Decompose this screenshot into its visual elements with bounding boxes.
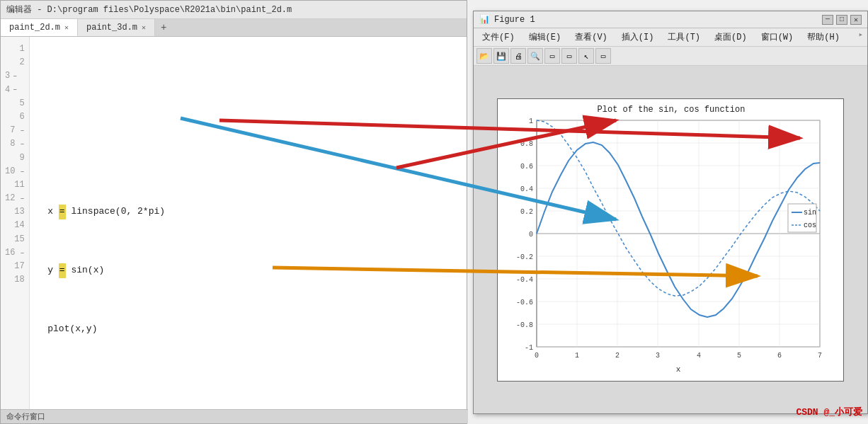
editor-statusbar: 命令行窗口 [1, 409, 468, 423]
svg-text:5: 5 [737, 352, 741, 360]
svg-text:0.4: 0.4 [520, 185, 533, 193]
code-area[interactable]: x = linspace(0, 2*pi) y = sin(x) plot(x,… [30, 37, 467, 423]
statusbar-label: 命令行窗口 [6, 411, 45, 422]
watermark-text: CSDN @_小可爱 [796, 407, 862, 418]
tab-add-button[interactable]: + [155, 19, 172, 36]
svg-text:0.8: 0.8 [520, 140, 533, 148]
code-line-3: x = linspace(0, 2*pi) [37, 205, 459, 219]
minimize-button[interactable]: ─ [822, 15, 833, 25]
toolbar-rect1[interactable]: ▭ [544, 48, 560, 64]
figure-titlebar: 📊 Figure 1 ─ □ ✕ [474, 11, 867, 28]
toolbar-zoom[interactable]: 🔍 [527, 48, 543, 64]
line-num-1: 1 [5, 42, 25, 56]
svg-text:-0.2: -0.2 [516, 253, 533, 261]
svg-text:7: 7 [818, 352, 822, 360]
line-num-7: 7 – [5, 124, 25, 137]
line-num-8: 8 – [5, 137, 25, 151]
figure-title: Figure 1 [494, 15, 535, 25]
line-num-18: 18 [5, 273, 25, 287]
maximize-button[interactable]: □ [836, 15, 847, 25]
svg-text:-0.6: -0.6 [516, 299, 533, 306]
tab-paint2d[interactable]: paint_2d.m ✕ [1, 19, 78, 36]
toolbar-open[interactable]: 📂 [476, 48, 492, 64]
menu-edit[interactable]: 编辑(E) [525, 30, 566, 45]
x-label: x [676, 365, 681, 374]
line-num-12: 12 – [5, 192, 25, 205]
tab-paint2d-label: paint_2d.m [9, 23, 60, 33]
figure-window: 📊 Figure 1 ─ □ ✕ 文件(F) 编辑(E) 查看(V) 插入(I)… [473, 11, 868, 414]
svg-text:0.2: 0.2 [520, 208, 533, 216]
line-num-15: 15 [5, 233, 25, 246]
menu-tools[interactable]: 工具(T) [663, 30, 704, 45]
svg-text:0: 0 [529, 231, 533, 239]
tab-paint3d-label: paint_3d.m [86, 23, 137, 33]
code-line-1 [37, 86, 459, 101]
svg-text:1: 1 [529, 118, 533, 125]
menu-desktop[interactable]: 桌面(D) [710, 30, 751, 45]
figure-plot-area: Plot of the sin, cos function 1 0.8 [474, 66, 867, 413]
plot-canvas: Plot of the sin, cos function 1 0.8 [497, 98, 844, 382]
menu-window[interactable]: 窗口(W) [757, 30, 798, 45]
menu-view[interactable]: 查看(V) [571, 30, 612, 45]
editor-content: 1 2 3 – 4 – 5 6 7 – 8 – 9 10 – 11 12 – 1… [1, 37, 467, 423]
svg-text:-0.8: -0.8 [516, 321, 533, 329]
svg-text:6: 6 [777, 352, 782, 360]
line-num-10: 10 – [5, 165, 25, 178]
line-num-17: 17 [5, 260, 25, 273]
editor-title: 编辑器 - D:\program files\Polyspace\R2021a\… [6, 4, 292, 16]
svg-text:-1: -1 [525, 344, 533, 352]
tab-paint3d[interactable]: paint_3d.m ✕ [78, 19, 155, 36]
legend-cos-label: cos [804, 222, 816, 229]
toolbar-print[interactable]: 🖨 [510, 48, 526, 64]
toolbar-save[interactable]: 💾 [493, 48, 509, 64]
close-button[interactable]: ✕ [850, 15, 862, 25]
figure-toolbar: 📂 💾 🖨 🔍 ▭ ▭ ↖ ▭ [474, 47, 867, 66]
line-num-13: 13 [5, 205, 25, 219]
line-num-6: 6 [5, 110, 25, 124]
line-num-9: 9 [5, 151, 25, 165]
figure-controls: ─ □ ✕ [822, 15, 862, 25]
plot-svg: Plot of the sin, cos function 1 0.8 [498, 99, 845, 382]
menu-expand[interactable]: ▸ [858, 30, 863, 45]
line-num-4: 4 – [5, 84, 25, 97]
line-num-16: 16 – [5, 246, 25, 260]
code-line-5: plot(x,y) [37, 322, 459, 337]
csdn-watermark: CSDN @_小可爱 [796, 406, 862, 418]
code-line-6 [37, 381, 459, 396]
toolbar-arrow[interactable]: ↖ [578, 48, 594, 64]
svg-text:0.6: 0.6 [520, 163, 533, 171]
figure-icon: 📊 [479, 14, 490, 25]
svg-text:-0.4: -0.4 [516, 276, 533, 284]
code-line-2 [37, 146, 459, 161]
toolbar-rect3[interactable]: ▭ [595, 48, 611, 64]
code-line-4: y = sin(x) [37, 263, 459, 278]
menu-insert[interactable]: 插入(I) [617, 30, 658, 45]
line-numbers: 1 2 3 – 4 – 5 6 7 – 8 – 9 10 – 11 12 – 1… [1, 37, 30, 423]
legend-sin-label: sin [804, 209, 816, 217]
editor-tabs: paint_2d.m ✕ paint_3d.m ✕ + [1, 19, 467, 37]
line-num-2: 2 [5, 56, 25, 69]
svg-text:3: 3 [656, 352, 660, 360]
tab-paint3d-close[interactable]: ✕ [142, 23, 146, 32]
svg-text:2: 2 [615, 352, 619, 360]
editor-window: 编辑器 - D:\program files\Polyspace\R2021a\… [0, 0, 467, 424]
svg-text:0: 0 [535, 352, 539, 360]
svg-text:1: 1 [575, 352, 579, 360]
plot-title: Plot of the sin, cos function [598, 105, 746, 115]
line-num-3: 3 – [5, 69, 25, 83]
menu-help[interactable]: 帮助(H) [803, 30, 844, 45]
figure-menubar: 文件(F) 编辑(E) 查看(V) 插入(I) 工具(T) 桌面(D) 窗口(W… [474, 28, 867, 47]
line-num-14: 14 [5, 219, 25, 232]
toolbar-rect2[interactable]: ▭ [561, 48, 577, 64]
line-num-11: 11 [5, 178, 25, 192]
svg-text:4: 4 [697, 352, 701, 360]
editor-titlebar: 编辑器 - D:\program files\Polyspace\R2021a\… [1, 1, 467, 19]
tab-paint2d-close[interactable]: ✕ [64, 23, 69, 32]
menu-file[interactable]: 文件(F) [478, 30, 519, 45]
line-num-5: 5 [5, 97, 25, 110]
